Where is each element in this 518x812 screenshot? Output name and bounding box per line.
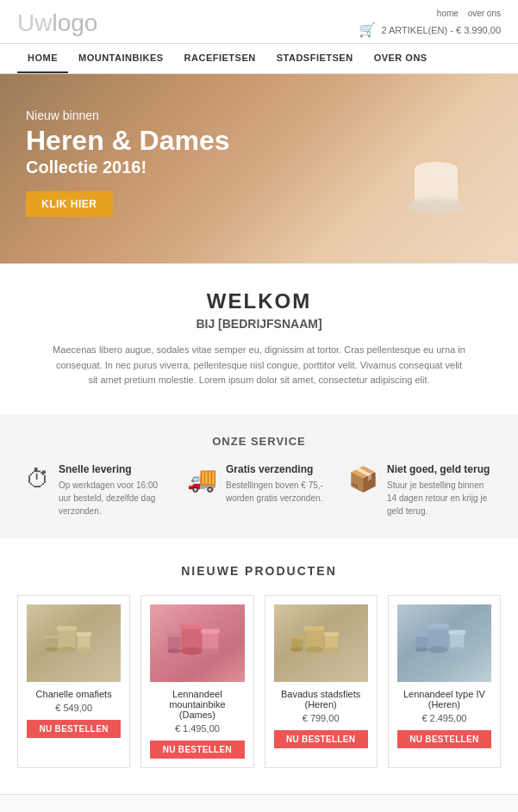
svg-point-12 [46, 647, 59, 651]
hero-decoration [363, 91, 466, 246]
service-item-0: ⏱ Snelle levering Op werkdagen voor 16:0… [17, 463, 178, 518]
product-image-0 [27, 604, 121, 682]
product-card-0: Chanelle omafiets € 549,00 NU BESTELLEN [17, 595, 130, 768]
hero-collectie: Collectie 2016! [26, 158, 230, 177]
service-item-text-0: Snelle levering Op werkdagen voor 16:00 … [59, 463, 170, 518]
product-card-2: Bavadus stadsfiets (Heren) € 799,00 NU B… [265, 595, 378, 768]
service-item-2: 📦 Niet goed, geld terug Stuur je bestell… [340, 463, 501, 518]
svg-point-36 [449, 647, 465, 652]
truck-icon: 🚚 [187, 465, 217, 493]
product-buy-button-0[interactable]: NU BESTELLEN [27, 720, 121, 738]
hero-content: Nieuw binnen Heren & Dames Collectie 201… [26, 108, 230, 217]
header-links: home over ons [359, 9, 501, 18]
service-section: ONZE SERVICE ⏱ Snelle levering Op werkda… [0, 414, 518, 538]
cart-text: 2 ARTIKEL(EN) - € 3.990,00 [381, 25, 501, 35]
product-buy-button-1[interactable]: NU BESTELLEN [150, 741, 244, 759]
product-price-2: € 799,00 [274, 713, 368, 723]
svg-rect-26 [323, 632, 339, 636]
service-items: ⏱ Snelle levering Op werkdagen voor 16:0… [17, 463, 501, 518]
product-buy-button-3[interactable]: NU BESTELLEN [397, 730, 491, 748]
service-item-desc-1: Bestellingen boven € 75,- worden gratis … [226, 479, 331, 505]
product-name-0: Chanelle omafiets [27, 689, 121, 699]
products-title: NIEUWE PRODUCTEN [17, 564, 501, 578]
service-item-desc-2: Stuur je bestelling binnen 14 dagen reto… [387, 479, 492, 518]
logo-uw: Uw [17, 9, 52, 36]
svg-point-24 [304, 646, 323, 652]
svg-rect-23 [303, 626, 324, 630]
cart-info[interactable]: 🛒 2 ARTIKEL(EN) - € 3.990,00 [359, 22, 501, 38]
svg-rect-22 [305, 628, 322, 649]
service-item-text-2: Niet goed, geld terug Stuur je bestellin… [387, 463, 492, 518]
svg-rect-14 [180, 623, 203, 629]
service-item-title-1: Gratis verzending [226, 463, 331, 475]
svg-point-39 [415, 647, 428, 651]
svg-rect-5 [57, 626, 78, 630]
logo[interactable]: Uwlogo [17, 9, 97, 37]
nav-overons-link[interactable]: over ons [468, 9, 501, 18]
svg-rect-32 [427, 623, 448, 629]
hero-cta-button[interactable]: KLIK HIER [26, 191, 113, 217]
svg-rect-17 [201, 629, 220, 633]
footer: KLANTENSERVICE Bestellen & levering Reto… [0, 794, 518, 812]
main-nav: HOME MOUNTAINBIKES RACEFIETSEN STADSFIET… [0, 44, 518, 74]
product-name-1: Lennandeel mountainbike (Dames) [150, 689, 244, 720]
logo-rest: logo [52, 9, 97, 36]
svg-point-33 [428, 646, 448, 653]
svg-rect-35 [448, 629, 465, 634]
svg-point-9 [77, 647, 90, 651]
product-price-1: € 1.495,00 [150, 723, 244, 734]
service-title: ONZE SERVICE [17, 435, 501, 448]
nav-item-stadsfietsen[interactable]: STADSFIETSEN [266, 44, 364, 73]
nav-home-link[interactable]: home [437, 9, 459, 18]
service-item-desc-0: Op werkdagen voor 16:00 uur besteld, dez… [59, 479, 170, 518]
svg-rect-25 [325, 634, 338, 649]
box-icon: 📦 [348, 465, 378, 493]
product-card-1: Lennandeel mountainbike (Dames) € 1.495,… [140, 595, 253, 768]
product-image-1 [150, 604, 244, 682]
welcome-section: WELKOM BIJ [BEDRIJFSNAAM] Maecenas liber… [0, 263, 518, 414]
nav-item-home[interactable]: HOME [17, 44, 68, 73]
product-name-2: Bavadus stadsfiets (Heren) [274, 689, 368, 710]
svg-point-3 [406, 200, 466, 214]
svg-point-21 [167, 648, 181, 653]
header-right: home over ons 🛒 2 ARTIKEL(EN) - € 3.990,… [359, 9, 501, 38]
svg-rect-20 [166, 633, 182, 637]
svg-rect-29 [290, 635, 303, 639]
product-card-3: Lennandeel type IV (Heren) € 2.495,00 NU… [388, 595, 501, 768]
svg-point-6 [58, 646, 77, 652]
svg-rect-11 [45, 635, 59, 639]
nav-item-mountainbikes[interactable]: MOUNTAINBIKES [68, 44, 174, 73]
service-item-title-0: Snelle levering [59, 463, 170, 475]
product-image-2 [274, 604, 368, 682]
hero-subtitle: Nieuw binnen [26, 108, 230, 122]
products-section: NIEUWE PRODUCTEN [0, 538, 518, 794]
svg-point-18 [202, 648, 219, 654]
svg-rect-7 [78, 634, 90, 649]
hero-section: Nieuw binnen Heren & Dames Collectie 201… [0, 74, 518, 263]
hero-title: Heren & Dames [26, 126, 230, 156]
svg-rect-8 [76, 632, 91, 636]
welcome-subtitle: BIJ [BEDRIJFSNAAM] [52, 317, 466, 331]
product-buy-button-2[interactable]: NU BESTELLEN [274, 730, 368, 748]
product-name-3: Lennandeel type IV (Heren) [397, 689, 491, 710]
product-price-0: € 549,00 [27, 703, 121, 713]
service-item-title-2: Niet goed, geld terug [387, 463, 492, 475]
product-image-3 [397, 604, 491, 682]
svg-point-27 [324, 647, 338, 651]
welcome-title: WELKOM [52, 289, 466, 313]
service-item-text-1: Gratis verzending Bestellingen boven € 7… [226, 463, 331, 505]
header: Uwlogo home over ons 🛒 2 ARTIKEL(EN) - €… [0, 0, 518, 44]
product-price-3: € 2.495,00 [397, 713, 491, 723]
cart-icon: 🛒 [359, 22, 376, 38]
clock-icon: ⏱ [26, 465, 50, 493]
welcome-body: Maecenas libero augue, sodales vitae sem… [52, 343, 466, 388]
nav-item-overons[interactable]: OVER ONS [364, 44, 438, 73]
svg-point-30 [290, 647, 303, 651]
nav-item-racefietsen[interactable]: RACEFIETSEN [174, 44, 266, 73]
product-grid: Chanelle omafiets € 549,00 NU BESTELLEN [17, 595, 501, 768]
svg-rect-38 [415, 633, 428, 637]
service-item-1: 🚚 Gratis verzending Bestellingen boven €… [178, 463, 340, 518]
svg-rect-4 [58, 628, 75, 649]
svg-point-15 [181, 647, 203, 654]
